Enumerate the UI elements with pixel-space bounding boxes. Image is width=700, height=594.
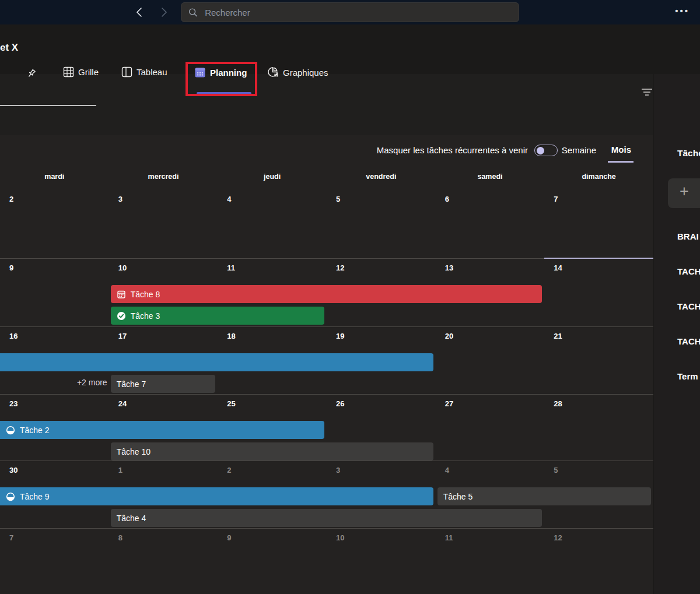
- calendar-cell[interactable]: 28: [544, 394, 653, 461]
- date-label: 6: [445, 195, 449, 203]
- date-label: 12: [336, 263, 344, 272]
- date-label: 4: [445, 466, 449, 475]
- date-label: 26: [336, 399, 344, 408]
- tab-tableau[interactable]: Tableau: [121, 66, 167, 78]
- task-bar[interactable]: Tâche 9: [0, 487, 433, 505]
- task-bar[interactable]: Tâche 5: [438, 487, 651, 505]
- tab-grille[interactable]: Grille: [63, 66, 99, 78]
- task-bar[interactable]: Tâche 3: [111, 307, 324, 325]
- date-label: 28: [554, 399, 562, 408]
- calendar-cell[interactable]: 7: [544, 189, 653, 258]
- date-label: 5: [554, 466, 558, 475]
- calendar-cell[interactable]: 6: [436, 189, 545, 258]
- date-label: 3: [336, 466, 340, 475]
- date-label: 30: [9, 466, 18, 475]
- task-label: Tâche 2: [20, 426, 50, 435]
- calendar-cell[interactable]: 2: [0, 189, 109, 258]
- more-options-button[interactable]: •••: [675, 6, 690, 16]
- task-bar[interactable]: Tâche 7: [111, 375, 216, 393]
- chevron-left-icon: [135, 7, 144, 17]
- add-task-button[interactable]: +: [668, 178, 700, 208]
- view-week-button[interactable]: Semaine: [562, 145, 596, 155]
- date-label: 11: [445, 533, 453, 542]
- row-separator: [0, 528, 653, 529]
- date-label: 1: [118, 466, 123, 475]
- nav-back-button[interactable]: [131, 3, 148, 21]
- task-label: Tâche 3: [131, 311, 160, 321]
- row-separator: [0, 326, 653, 327]
- progress-icon: [6, 426, 15, 435]
- tab-graphiques[interactable]: Graphiques: [267, 66, 328, 78]
- date-label: 12: [554, 533, 562, 542]
- view-month-button[interactable]: Mois: [611, 145, 631, 154]
- calendar-cell[interactable]: 20: [436, 326, 545, 394]
- calendar-cell[interactable]: 27: [436, 394, 545, 461]
- calendar-cell[interactable]: 14: [544, 258, 653, 326]
- date-label: 16: [9, 332, 18, 340]
- task-bar[interactable]: Tâche 8: [111, 285, 542, 303]
- filter-icon: [641, 87, 653, 97]
- date-label: 20: [445, 332, 453, 340]
- task-label: Tâche 10: [117, 447, 150, 456]
- bucket-label[interactable]: TACH: [677, 266, 700, 276]
- date-label: 17: [118, 332, 127, 340]
- calendar-cell[interactable]: 12: [544, 528, 653, 594]
- tasks-panel-title: Tâche: [677, 148, 700, 159]
- date-label: 2: [227, 466, 231, 475]
- tab-planning[interactable]: Planning: [194, 66, 247, 78]
- date-label: 18: [227, 332, 235, 340]
- date-label: 13: [445, 263, 453, 272]
- calendar-cell[interactable]: 4: [218, 189, 327, 258]
- calendar-cell[interactable]: 10: [327, 528, 436, 594]
- date-label: 24: [118, 399, 127, 408]
- calendar-icon: [117, 290, 126, 299]
- task-bar[interactable]: Tâche 4: [111, 509, 542, 527]
- tab-label: Graphiques: [283, 68, 328, 78]
- date-label: 7: [554, 195, 558, 203]
- bucket-label[interactable]: BRAI: [677, 231, 699, 241]
- toggle-knob: [537, 147, 544, 154]
- calendar-header: Masquer les tâches récurrentes à venir S…: [0, 135, 653, 166]
- task-label: Tâche 7: [117, 379, 146, 389]
- row-separator: [0, 394, 653, 395]
- recurring-toggle-switch[interactable]: [534, 145, 558, 156]
- task-label: Tâche 5: [443, 492, 473, 501]
- calendar-cell[interactable]: 3: [109, 189, 218, 258]
- date-label: 21: [554, 332, 562, 340]
- date-label: 10: [118, 263, 127, 272]
- date-label: 9: [227, 533, 231, 542]
- task-bar[interactable]: Tâche 2: [0, 421, 324, 439]
- calendar-cell[interactable]: 9: [218, 528, 327, 594]
- calendar-icon: [194, 66, 206, 78]
- date-label: 10: [336, 533, 344, 542]
- calendar-cell[interactable]: 8: [109, 528, 218, 594]
- calendar-cell[interactable]: 11: [436, 528, 545, 594]
- task-label: Tâche 8: [131, 290, 160, 299]
- search-box[interactable]: [181, 2, 519, 22]
- calendar-cell[interactable]: 5: [327, 189, 436, 258]
- more-tasks-link[interactable]: +2 more: [0, 378, 107, 387]
- check-circle-icon: [117, 311, 126, 321]
- bucket-label[interactable]: TACH: [677, 301, 700, 311]
- tab-label: Grille: [78, 67, 99, 77]
- date-label: 8: [118, 533, 123, 542]
- calendar-cell[interactable]: 9: [0, 258, 109, 326]
- task-bar[interactable]: [0, 353, 433, 371]
- bucket-label[interactable]: Term: [677, 371, 698, 381]
- task-label: Tâche 9: [20, 492, 50, 501]
- pin-icon[interactable]: [26, 68, 37, 79]
- calendar-cell[interactable]: 21: [544, 326, 653, 394]
- task-side-panel: Tâche + BRAITACHTACHTACHTerm: [653, 74, 700, 594]
- date-label: 14: [554, 263, 562, 272]
- task-bar[interactable]: Tâche 10: [111, 442, 433, 461]
- nav-forward-button[interactable]: [155, 3, 173, 21]
- top-bar: •••: [0, 0, 700, 24]
- day-header: vendredi: [327, 173, 436, 184]
- date-label: 7: [9, 533, 13, 542]
- chevron-right-icon: [160, 7, 168, 17]
- progress-icon: [6, 492, 15, 501]
- search-input[interactable]: [205, 8, 512, 17]
- chart-icon: [267, 66, 279, 78]
- bucket-label[interactable]: TACH: [677, 336, 700, 346]
- calendar-cell[interactable]: 7: [0, 528, 109, 594]
